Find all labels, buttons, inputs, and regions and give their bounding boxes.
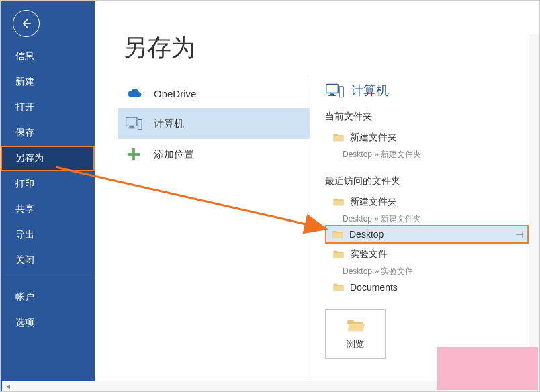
folder-recent-0[interactable]: 新建文件夹 <box>325 191 529 213</box>
folder-recent-desktop[interactable]: Desktop ⊣ <box>325 225 529 244</box>
place-computer[interactable]: 计算机 <box>118 108 310 139</box>
sidebar-item-info[interactable]: 信息 <box>1 44 95 69</box>
back-button[interactable] <box>13 10 40 37</box>
sidebar-item-account[interactable]: 帐户 <box>1 285 95 310</box>
sidebar-item-print[interactable]: 打印 <box>1 171 95 197</box>
svg-rect-8 <box>339 87 343 97</box>
location-detail: 计算机 当前文件夹 新建文件夹 Desktop » 新建文件夹 最近访问的文件夹… <box>310 79 539 391</box>
folder-recent-3[interactable]: Documents <box>325 277 529 297</box>
sidebar-item-save-as[interactable]: 另存为 <box>1 146 95 171</box>
sidebar-item-options[interactable]: 选项 <box>1 310 95 336</box>
browse-button[interactable]: 浏览 <box>325 309 386 359</box>
folder-path: Desktop » 实验文件 <box>343 266 529 277</box>
folder-name: 新建文件夹 <box>350 132 523 144</box>
folder-icon <box>332 283 345 292</box>
sidebar-item-save[interactable]: 保存 <box>1 120 95 146</box>
folder-path: Desktop » 新建文件夹 <box>343 149 529 160</box>
folder-name: 新建文件夹 <box>350 196 523 208</box>
sidebar-divider <box>1 279 95 279</box>
sidebar-item-open[interactable]: 打开 <box>1 95 95 120</box>
sidebar-item-close[interactable]: 关闭 <box>1 248 95 273</box>
pink-overlay <box>437 347 538 390</box>
svg-rect-7 <box>326 84 339 93</box>
plus-icon <box>124 147 143 162</box>
arrow-left-icon <box>19 17 33 30</box>
folder-open-icon <box>346 318 365 333</box>
folder-icon <box>332 133 345 142</box>
svg-rect-4 <box>128 128 135 129</box>
folder-icon <box>332 250 345 259</box>
sidebar-item-export[interactable]: 导出 <box>1 222 95 248</box>
folder-current[interactable]: 新建文件夹 <box>325 127 529 148</box>
place-onedrive[interactable]: OneDrive <box>118 79 310 108</box>
svg-rect-6 <box>128 153 140 156</box>
svg-rect-10 <box>328 95 336 96</box>
places-list: OneDrive 计算机 添加位置 <box>95 79 310 391</box>
location-header-label: 计算机 <box>351 82 389 99</box>
sidebar-item-new[interactable]: 新建 <box>1 69 95 95</box>
computer-icon <box>325 81 344 100</box>
recent-folders-label: 最近访问的文件夹 <box>325 175 529 187</box>
folder-recent-2[interactable]: 实验文件 <box>325 244 529 265</box>
folder-icon <box>332 197 345 207</box>
cloud-icon <box>124 87 143 100</box>
backstage-main: 另存为 OneDrive 计算机 <box>95 1 539 391</box>
folder-name: 实验文件 <box>350 248 523 260</box>
svg-rect-9 <box>330 93 334 95</box>
folder-path: Desktop » 新建文件夹 <box>343 213 529 225</box>
place-add-location[interactable]: 添加位置 <box>118 139 310 170</box>
place-label: OneDrive <box>154 88 196 99</box>
page-title: 另存为 <box>123 32 539 64</box>
folder-name: Desktop <box>349 229 510 240</box>
svg-rect-2 <box>138 119 142 130</box>
pin-icon[interactable]: ⊣ <box>516 230 523 240</box>
computer-icon <box>124 116 143 131</box>
folder-name: Documents <box>350 282 523 293</box>
current-folder-label: 当前文件夹 <box>325 111 529 123</box>
svg-rect-3 <box>130 126 134 128</box>
scroll-left-icon[interactable]: ◄ <box>3 381 13 391</box>
word-backstage-window: 压缩前.docx - Word ? – ▢ × 登录 信息 新建 打开 保存 另… <box>0 0 540 392</box>
place-label: 添加位置 <box>154 148 194 161</box>
sidebar-item-share[interactable]: 共享 <box>1 197 95 222</box>
svg-rect-1 <box>126 117 137 126</box>
folder-icon <box>332 230 344 239</box>
browse-label: 浏览 <box>347 338 364 350</box>
location-header: 计算机 <box>325 81 529 100</box>
vertical-scrollbar[interactable] <box>529 34 539 379</box>
backstage-sidebar: 信息 新建 打开 保存 另存为 打印 共享 导出 关闭 帐户 选项 <box>1 1 95 391</box>
place-label: 计算机 <box>154 117 184 130</box>
